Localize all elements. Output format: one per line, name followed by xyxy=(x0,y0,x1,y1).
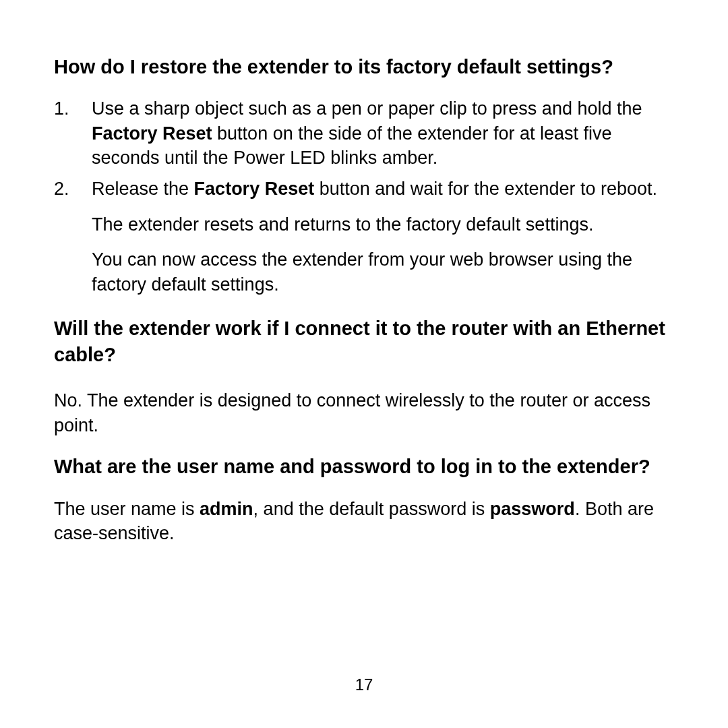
list-body: Release the Factory Reset button and wai… xyxy=(92,177,674,297)
text: button and wait for the extender to rebo… xyxy=(314,179,657,199)
document-page: How do I restore the extender to its fac… xyxy=(0,0,728,728)
bold-text-username: admin xyxy=(200,499,253,519)
bold-text-password: password xyxy=(490,499,575,519)
faq-answer-credentials: The user name is admin, and the default … xyxy=(54,497,674,546)
text: The user name is xyxy=(54,499,200,519)
sub-paragraph: You can now access the extender from you… xyxy=(92,247,674,297)
faq-question-ethernet: Will the extender work if I connect it t… xyxy=(54,315,674,368)
list-body: Use a sharp object such as a pen or pape… xyxy=(92,96,674,170)
text: , and the default password is xyxy=(253,499,490,519)
faq-question-factory-reset: How do I restore the extender to its fac… xyxy=(54,54,674,80)
text: Use a sharp object such as a pen or pape… xyxy=(92,98,642,119)
list-number: 2. xyxy=(54,177,92,297)
faq-question-credentials: What are the user name and password to l… xyxy=(54,454,674,480)
page-number: 17 xyxy=(0,675,728,694)
sub-paragraph: The extender resets and returns to the f… xyxy=(92,212,674,237)
bold-text: Factory Reset xyxy=(92,123,212,144)
factory-reset-steps: 1. Use a sharp object such as a pen or p… xyxy=(54,96,674,297)
text: Release the xyxy=(92,179,194,199)
list-item: 1. Use a sharp object such as a pen or p… xyxy=(54,96,674,170)
faq-answer-ethernet: No. The extender is designed to connect … xyxy=(54,388,674,437)
list-number: 1. xyxy=(54,96,92,170)
bold-text: Factory Reset xyxy=(194,179,315,199)
list-item: 2. Release the Factory Reset button and … xyxy=(54,177,674,297)
